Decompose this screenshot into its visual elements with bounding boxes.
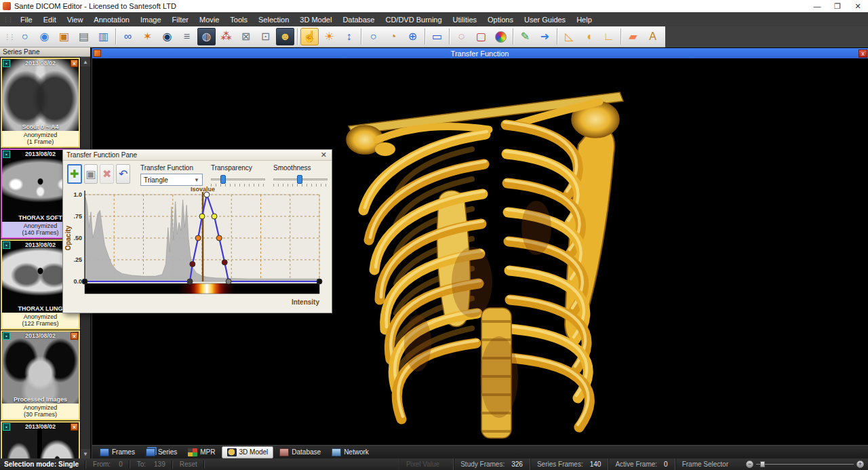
color-wheel-icon[interactable] — [492, 28, 510, 45]
tf-control-point[interactable] — [190, 261, 195, 267]
search-icon[interactable]: ○ — [16, 28, 34, 45]
report-icon[interactable]: ▥ — [94, 28, 113, 45]
tf-control-point[interactable] — [317, 279, 322, 284]
series-thumbnail[interactable]: 2013/08/02▪x — [1, 421, 80, 458]
menu-item-view[interactable]: View — [62, 14, 89, 26]
menu-item-movie[interactable]: Movie — [194, 14, 224, 26]
protractor-icon[interactable]: ◖ — [580, 28, 598, 45]
save-button[interactable]: ▣ — [84, 164, 98, 184]
thumbnail-image[interactable]: 2013/08/02▪x — [2, 423, 79, 458]
frame-slider-thumb[interactable] — [760, 461, 765, 467]
tf-control-point[interactable] — [204, 192, 210, 197]
tf-control-point[interactable] — [216, 235, 222, 241]
thumbnail-close-icon[interactable]: x — [71, 332, 78, 340]
circle-roi-icon[interactable]: ◌ — [452, 28, 471, 45]
tab-frames[interactable]: Frames — [95, 446, 140, 458]
smoothness-group: Smoothness — [273, 164, 328, 184]
tf-control-point[interactable] — [195, 235, 201, 241]
menu-item-user-guides[interactable]: User Guides — [519, 14, 571, 26]
thumbnail-close-icon[interactable]: x — [71, 60, 78, 67]
minimize-button[interactable]: — — [807, 0, 827, 12]
menu-item-3d-model[interactable]: 3D Model — [294, 14, 337, 26]
unlink-series-icon[interactable]: ✶ — [138, 28, 157, 45]
frame-next-icon[interactable]: + — [856, 461, 864, 468]
tf-control-point[interactable] — [212, 214, 217, 219]
thumbnail-image[interactable]: 2013/08/02▪xScout 0 ~ A4 — [2, 59, 79, 131]
scroll-down-icon[interactable]: ▼ — [81, 449, 90, 458]
tf-pane-titlebar[interactable]: Transfer Function Pane ✕ — [63, 150, 332, 161]
tf-pane-close-icon[interactable]: ✕ — [319, 151, 328, 159]
thumbnail-line1: Anonymized — [2, 313, 79, 320]
add-button[interactable]: ✚ — [67, 164, 82, 184]
scroll-up-icon[interactable]: ▲ — [81, 57, 90, 66]
tab-3d-model[interactable]: 3D Model — [222, 446, 274, 458]
toolbar-separator — [557, 28, 557, 45]
zoom-updown-icon[interactable]: ↕ — [340, 28, 358, 45]
viewer-close-icon[interactable]: x — [859, 50, 867, 58]
thumbnail-close-icon[interactable]: x — [71, 423, 78, 431]
head-3d-icon[interactable]: ☻ — [276, 28, 294, 45]
angle-ruler-icon[interactable]: ∟ — [599, 28, 618, 45]
export-image-icon[interactable]: ▣ — [55, 28, 73, 45]
stack-layers-icon[interactable]: ≡ — [178, 28, 196, 45]
magnify-region-icon[interactable]: ◔ — [384, 28, 402, 45]
menu-item-tools[interactable]: Tools — [224, 14, 253, 26]
frame-selector-slider[interactable]: − + — [742, 461, 868, 468]
transparency-slider[interactable] — [211, 175, 265, 184]
print-icon[interactable]: ▤ — [75, 28, 93, 45]
menu-item-options[interactable]: Options — [482, 14, 519, 26]
menu-item-selection[interactable]: Selection — [253, 14, 294, 26]
tf-control-point[interactable] — [187, 279, 193, 284]
brain-mri-icon[interactable]: ◍ — [197, 28, 216, 45]
close-button[interactable]: ✕ — [848, 0, 868, 12]
transfer-function-editor[interactable]: 1.0.75.50.250.0IsovalueIntensityOpacity — [64, 185, 332, 313]
menu-item-filter[interactable]: Filter — [167, 14, 194, 26]
slider-thumb[interactable] — [220, 175, 226, 184]
fit-window-icon[interactable]: ⊠ — [237, 28, 255, 45]
tab-mpr[interactable]: MPR — [183, 446, 220, 458]
pan-hand-icon[interactable]: ☝ — [300, 28, 319, 45]
reset-button[interactable]: Reset — [176, 461, 201, 468]
frame-prev-icon[interactable]: − — [746, 461, 753, 468]
arrow-annotation-icon[interactable]: ➜ — [536, 28, 554, 45]
thumbnail-image[interactable]: 2013/08/02▪xProcessed Images — [2, 332, 79, 404]
tf-control-point[interactable] — [199, 214, 205, 219]
menu-item-annotation[interactable]: Annotation — [88, 14, 135, 26]
menu-item-database[interactable]: Database — [337, 14, 380, 26]
tf-control-point[interactable] — [222, 260, 227, 265]
pencil-annotation-icon[interactable]: ✎ — [516, 28, 534, 45]
magnifier-icon[interactable]: ○ — [364, 28, 382, 45]
shadow-patch — [404, 315, 431, 372]
eraser-icon[interactable]: ▰ — [624, 28, 642, 45]
zoom-fit-icon[interactable]: ⊕ — [403, 28, 422, 45]
link-series-icon[interactable]: ∞ — [119, 28, 137, 45]
menu-item-help[interactable]: Help — [571, 14, 597, 26]
tf-control-point[interactable] — [226, 279, 231, 284]
menu-item-file[interactable]: File — [15, 14, 38, 26]
full-screen-icon[interactable]: ⊡ — [256, 28, 275, 45]
smoothness-slider[interactable] — [273, 175, 328, 184]
menu-item-edit[interactable]: Edit — [38, 14, 62, 26]
tf-control-point[interactable] — [82, 279, 87, 284]
series-thumbnail[interactable]: 2013/08/02▪xScout 0 ~ A4Anonymized(1 Fra… — [1, 58, 80, 148]
square-roi-icon[interactable]: ▢ — [472, 28, 490, 45]
rect-select-icon[interactable]: ▭ — [428, 28, 446, 45]
delete-button[interactable]: ✖ — [100, 164, 114, 184]
text-annotation-icon[interactable]: A — [644, 28, 662, 45]
menu-item-image[interactable]: Image — [135, 14, 167, 26]
cd-burn-icon[interactable]: ◉ — [35, 28, 54, 45]
eye-visibility-icon[interactable]: ◉ — [158, 28, 176, 45]
tab-series[interactable]: Series — [141, 446, 182, 458]
undo-button[interactable]: ↶ — [116, 164, 130, 184]
tab-network[interactable]: Network — [327, 446, 374, 458]
set-square-ruler-icon[interactable]: ◺ — [560, 28, 578, 45]
restore-button[interactable]: ❐ — [827, 0, 848, 12]
dye-colors-icon[interactable]: ⁂ — [217, 28, 235, 45]
tab-database[interactable]: Database — [275, 446, 326, 458]
brightness-contrast-icon[interactable]: ☀ — [320, 28, 338, 45]
transfer-function-dropdown[interactable]: Triangle▼ — [140, 174, 203, 186]
slider-thumb[interactable] — [297, 175, 302, 184]
menu-item-utilities[interactable]: Utilities — [448, 14, 482, 26]
menu-item-cd-dvd-burning[interactable]: CD/DVD Burning — [380, 14, 447, 26]
series-thumbnail[interactable]: 2013/08/02▪xProcessed ImagesAnonymized(3… — [1, 330, 80, 420]
